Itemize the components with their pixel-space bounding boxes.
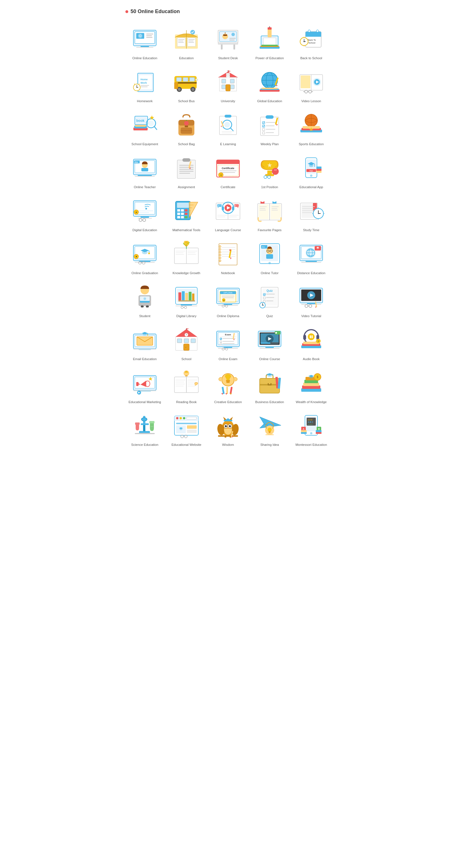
svg-rect-176 bbox=[221, 172, 235, 173]
svg-rect-68 bbox=[176, 78, 181, 82]
svg-rect-293 bbox=[188, 252, 196, 253]
icon-wealth-of-knowledge: $ bbox=[293, 367, 330, 398]
list-item: Weekly Plan bbox=[250, 109, 289, 146]
list-item: Wisdom bbox=[209, 410, 247, 447]
svg-rect-166 bbox=[179, 171, 194, 172]
list-item: 1 2 3 A B C + × = A B Montessori Educati… bbox=[292, 410, 331, 447]
list-item: Online Course bbox=[250, 324, 289, 361]
svg-point-278 bbox=[148, 252, 150, 254]
list-item: Study Time bbox=[292, 195, 331, 232]
icon-global-education bbox=[251, 66, 288, 97]
list-item: Mathematical Tools bbox=[167, 195, 206, 232]
list-item: Distance Education bbox=[292, 238, 331, 275]
list-item: Creative Education bbox=[209, 367, 247, 404]
svg-point-185 bbox=[264, 176, 267, 179]
svg-text:1st: 1st bbox=[274, 169, 277, 171]
svg-text:Abc: Abc bbox=[135, 161, 138, 163]
svg-rect-519 bbox=[187, 425, 197, 429]
svg-rect-251 bbox=[260, 210, 266, 210]
svg-rect-84 bbox=[230, 85, 234, 89]
icon-label: Reading Book bbox=[176, 400, 197, 404]
svg-rect-446 bbox=[310, 335, 311, 338]
svg-rect-362 bbox=[222, 298, 234, 298]
svg-rect-144 bbox=[266, 132, 274, 133]
svg-rect-167 bbox=[179, 173, 190, 174]
svg-rect-133 bbox=[222, 131, 234, 132]
icon-label: School bbox=[181, 357, 191, 361]
svg-rect-376 bbox=[266, 301, 273, 301]
svg-rect-220 bbox=[181, 216, 184, 218]
icon-label: Business Education bbox=[255, 400, 284, 404]
svg-point-387 bbox=[305, 305, 308, 307]
icon-label: Back to School bbox=[301, 56, 322, 60]
svg-rect-356 bbox=[224, 304, 232, 305]
list-item: Global Education bbox=[250, 66, 289, 103]
icon-educational-marketing bbox=[126, 367, 163, 398]
svg-point-490 bbox=[267, 375, 272, 377]
svg-marker-248 bbox=[273, 201, 277, 204]
icon-email-education bbox=[126, 324, 163, 355]
icon-school-bus bbox=[168, 66, 205, 97]
svg-rect-134 bbox=[222, 133, 232, 133]
svg-point-129 bbox=[224, 122, 230, 128]
svg-rect-520 bbox=[187, 430, 197, 433]
icon-label: Online Teacher bbox=[134, 185, 155, 189]
svg-rect-204 bbox=[136, 210, 153, 211]
list-item: Educational Website bbox=[167, 410, 206, 447]
list-item: A 文 Language Course bbox=[209, 195, 247, 232]
svg-rect-466 bbox=[176, 384, 185, 384]
svg-text:★: ★ bbox=[135, 255, 137, 258]
svg-rect-540 bbox=[224, 420, 232, 421]
icon-digital-education: ★ bbox=[126, 195, 163, 226]
svg-rect-242 bbox=[229, 217, 237, 217]
svg-rect-306 bbox=[222, 254, 235, 254]
svg-rect-405 bbox=[177, 339, 182, 343]
icon-label: Audio Book bbox=[303, 357, 320, 361]
svg-point-116 bbox=[148, 120, 154, 126]
icon-label: Online Graduation bbox=[132, 271, 158, 275]
icon-school bbox=[168, 324, 205, 355]
icon-label: Wisdom bbox=[222, 443, 234, 447]
icon-label: Sports Education bbox=[299, 142, 324, 146]
svg-text:文: 文 bbox=[234, 205, 236, 207]
svg-rect-357 bbox=[218, 305, 238, 306]
svg-rect-566 bbox=[301, 430, 307, 432]
svg-point-123 bbox=[184, 121, 189, 126]
list-item: ★ Digital Education bbox=[125, 195, 164, 232]
svg-rect-18 bbox=[189, 39, 195, 40]
icon-label: Digital Library bbox=[176, 314, 196, 318]
icon-online-diploma: DIPLOMA ★ bbox=[209, 281, 247, 312]
svg-rect-82 bbox=[230, 79, 234, 83]
svg-text:Work: Work bbox=[141, 82, 147, 84]
svg-rect-16 bbox=[178, 41, 183, 41]
svg-rect-229 bbox=[222, 207, 224, 210]
svg-rect-349 bbox=[181, 304, 192, 306]
svg-rect-424 bbox=[220, 343, 222, 345]
icon-label: Online Exam bbox=[219, 357, 237, 361]
svg-rect-476 bbox=[226, 381, 230, 383]
svg-rect-221 bbox=[185, 216, 188, 218]
svg-rect-373 bbox=[263, 297, 265, 299]
svg-rect-156 bbox=[135, 176, 155, 177]
svg-rect-239 bbox=[217, 215, 227, 216]
icon-label: Assignment bbox=[178, 185, 195, 189]
svg-text:A: A bbox=[218, 205, 219, 207]
svg-rect-4 bbox=[146, 34, 153, 34]
svg-rect-372 bbox=[266, 294, 275, 294]
icon-label: School Bag bbox=[178, 142, 195, 146]
icon-label: Educational Website bbox=[172, 443, 201, 447]
svg-rect-175 bbox=[220, 170, 236, 171]
icon-quiz: Quiz bbox=[251, 281, 288, 312]
svg-rect-433 bbox=[265, 347, 274, 348]
list-item: Certificate ★ Certificate bbox=[209, 152, 247, 189]
svg-point-535 bbox=[230, 426, 231, 427]
svg-rect-252 bbox=[272, 207, 279, 207]
icon-digital-library bbox=[168, 281, 205, 312]
svg-rect-565 bbox=[301, 432, 307, 434]
svg-rect-552 bbox=[269, 432, 270, 433]
header-dot bbox=[125, 10, 128, 13]
svg-line-117 bbox=[154, 126, 157, 129]
list-item: Education bbox=[167, 23, 206, 60]
svg-rect-15 bbox=[178, 39, 184, 40]
icon-label: Video Lesson bbox=[301, 99, 321, 103]
